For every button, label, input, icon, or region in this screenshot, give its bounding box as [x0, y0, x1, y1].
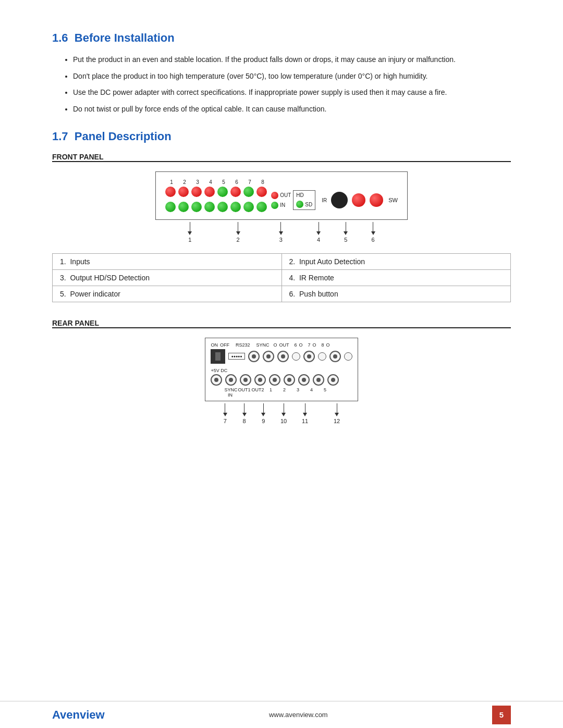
out-label: OUT: [280, 192, 291, 198]
table-cell-3-right: 6. Push button: [282, 286, 511, 302]
arrow-1: 1: [188, 222, 192, 243]
conn-8b: [344, 352, 352, 361]
arrow-2: 2: [236, 222, 240, 243]
table-cell-2-right: 4. IR Remote: [282, 269, 511, 286]
arrow-5: 5: [344, 222, 348, 243]
rear-arrow-7: 7: [223, 403, 227, 424]
arrow-6: 6: [371, 222, 375, 243]
conn-8: [329, 351, 341, 362]
footer-logo: Avenview: [52, 708, 105, 722]
power-led: [352, 193, 365, 207]
rear-panel-diagram: ON OFF RS232 SYNC O OUT 6 O 7 O 8 O: [52, 338, 511, 424]
led-b-green-4: [204, 202, 215, 212]
table-cell-1-left: 1. Inputs: [53, 253, 282, 269]
conn-7b: [318, 352, 326, 361]
sd-label: SD: [305, 202, 312, 207]
section-1-7-title: 1.7 Panel Description: [52, 130, 511, 143]
rear-arrow-12: 12: [334, 403, 340, 424]
led-red-2: [178, 187, 189, 197]
led-b-green-3: [191, 202, 202, 212]
conn-6: [277, 351, 289, 362]
conn-7: [303, 351, 315, 362]
out1-conn: [240, 374, 251, 386]
out-connector: [263, 351, 274, 362]
input3-conn: [298, 374, 310, 386]
footer-page: 5: [492, 706, 511, 724]
before-installation-list: Put the product in an even and stable lo…: [73, 54, 511, 115]
rear-arrow-9: 9: [261, 403, 265, 424]
led-red-3: [191, 187, 202, 197]
table-row-1: 1. Inputs 2. Input Auto Detection: [53, 253, 511, 269]
out1-lbl: OUT1: [238, 387, 249, 392]
led-b-green-2: [178, 202, 189, 212]
footer-url: www.avenview.com: [269, 711, 328, 719]
bullet-1: Put the product in an even and stable lo…: [73, 54, 511, 66]
led-red-6: [230, 187, 241, 197]
section-1-6-title: 1.6 Before Installation: [52, 31, 511, 45]
led-green-7: [243, 187, 254, 197]
led-b-green-8: [256, 202, 267, 212]
bullet-2: Don't place the product in too high temp…: [73, 71, 511, 82]
led-b-green-6: [230, 202, 241, 212]
rear-top-labels: ON OFF RS232 SYNC O OUT 6 O 7 O 8 O: [211, 342, 352, 348]
in-label: IN: [280, 202, 285, 208]
table-row-2: 3. Output HD/SD Detection 4. IR Remote: [53, 269, 511, 286]
footer: Avenview www.avenview.com 5: [0, 701, 563, 728]
right-section: IR SW: [322, 192, 398, 208]
rs232-connector: ●●●●●: [228, 353, 244, 360]
led-red-8: [256, 187, 267, 197]
conn-6b: [292, 352, 300, 361]
syncin-conn: [225, 374, 237, 386]
input1-conn: [269, 374, 280, 386]
bullet-4: Do not twist or pull by force ends of th…: [73, 104, 511, 115]
input2-conn: [284, 374, 295, 386]
led-b-green-1: [165, 202, 176, 212]
led-red-4: [204, 187, 215, 197]
led-green-5: [217, 187, 228, 197]
out2-lbl: OUT2: [251, 387, 263, 392]
rear-panel-box: ON OFF RS232 SYNC O OUT 6 O 7 O 8 O: [205, 338, 358, 401]
arrow-3: 3: [279, 222, 283, 243]
on-off-switch: [211, 349, 225, 364]
fivev-label: +5V DC: [211, 368, 352, 373]
hd-label: HD: [296, 192, 303, 198]
fp-top-numbers: 1 2 3 4 5 6 7 8: [165, 179, 398, 185]
rear-arrow-10: 10: [280, 403, 287, 424]
input4-conn: [313, 374, 324, 386]
table-cell-3-left: 5. Power indicator: [53, 286, 282, 302]
front-panel-label: FRONT PANEL: [52, 153, 511, 161]
ir-label: IR: [322, 198, 327, 203]
sw-label: SW: [388, 197, 398, 203]
rear-panel-label: REAR PANEL: [52, 319, 511, 327]
rear-arrow-11: 11: [302, 403, 308, 424]
power-switch-block: [211, 349, 225, 364]
rear-bottom-labels: SYNC IN OUT1 OUT2 1 2 3 4 5: [211, 387, 352, 398]
leds-top-row: [165, 187, 267, 197]
page: 1.6 Before Installation Put the product …: [0, 0, 563, 728]
led-red-1: [165, 187, 176, 197]
input5-conn: [327, 374, 339, 386]
sync-in-lbl: SYNC IN: [224, 387, 236, 398]
rear-connector-top-row: ●●●●●: [211, 349, 352, 364]
sync-connector: [248, 351, 260, 362]
front-panel-table: 1. Inputs 2. Input Auto Detection 3. Out…: [52, 253, 511, 302]
table-cell-2-left: 3. Output HD/SD Detection: [53, 269, 282, 286]
led-out: [271, 192, 278, 199]
leds-bottom-row: [165, 202, 267, 212]
ir-sensor: [331, 192, 348, 208]
bullet-3: Use the DC power adapter with correct sp…: [73, 87, 511, 98]
led-sd: [296, 201, 303, 208]
rear-connector-bottom-row: [211, 374, 352, 386]
led-b-green-7: [243, 202, 254, 212]
led-in: [271, 202, 278, 209]
power-conn: [211, 374, 222, 386]
rear-arrow-8: 8: [242, 403, 247, 424]
front-panel-diagram: 1 2 3 4 5 6 7 8: [52, 171, 511, 243]
arrow-4: 4: [316, 222, 321, 243]
out2-conn: [254, 374, 266, 386]
table-row-3: 5. Power indicator 6. Push button: [53, 286, 511, 302]
led-b-green-5: [217, 202, 228, 212]
push-btn-led: [370, 193, 383, 207]
table-cell-1-right: 2. Input Auto Detection: [282, 253, 511, 269]
